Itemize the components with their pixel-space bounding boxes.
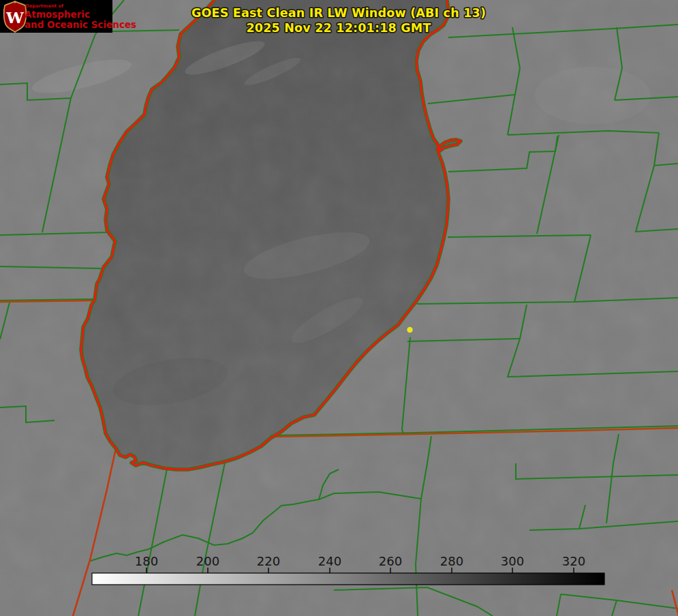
colorbar-tick-label: 180 <box>135 554 158 568</box>
satellite-grain-texture <box>0 0 678 616</box>
colorbar-tick-label: 240 <box>318 554 341 568</box>
colorbar-tick-label: 200 <box>196 554 219 568</box>
logo-dept-prefix: Department of <box>25 3 64 9</box>
image-title: GOES East Clean IR LW Window (ABI ch 13) <box>191 6 486 20</box>
colorbar-tick-label: 300 <box>501 554 524 568</box>
logo-line2: and Oceanic Sciences <box>25 19 136 30</box>
image-timestamp: 2025 Nov 22 12:01:18 GMT <box>246 21 431 35</box>
uw-crest-icon: W <box>4 1 27 32</box>
satellite-image-viewer: 180 200 220 240 260 280 300 320 GOES Eas… <box>0 0 678 616</box>
crest-letter: W <box>5 8 25 27</box>
colorbar-tick-label: 280 <box>440 554 463 568</box>
logo-line1: Atmospheric <box>25 9 90 20</box>
location-marker-dot <box>407 327 412 333</box>
colorbar-gradient-bar <box>92 573 604 585</box>
colorbar-tick-label: 260 <box>379 554 402 568</box>
basemap-layer <box>0 0 678 616</box>
colorbar-tick-label: 320 <box>562 554 585 568</box>
colorbar-tick-label: 220 <box>257 554 280 568</box>
map-canvas: 180 200 220 240 260 280 300 320 GOES Eas… <box>0 0 678 616</box>
